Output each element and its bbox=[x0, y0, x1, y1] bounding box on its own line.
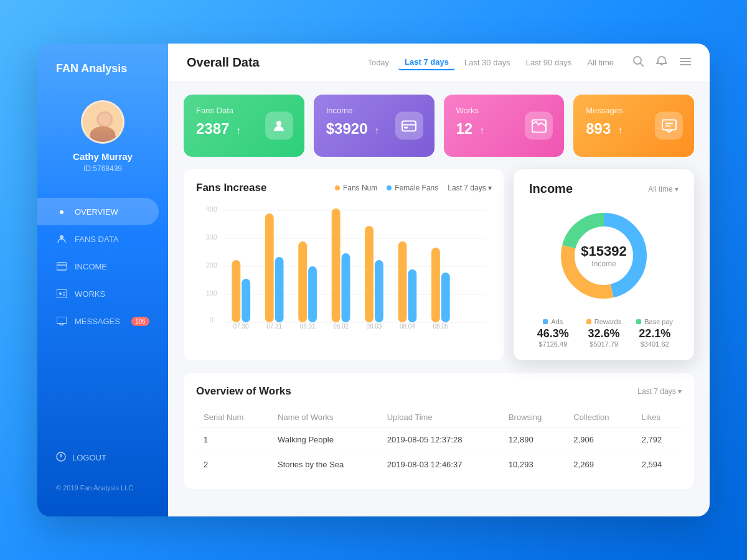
stat-card-works: Works 12 ↑ bbox=[444, 95, 565, 157]
svg-point-4 bbox=[60, 235, 63, 239]
cell-upload-time: 2019-08-03 12:46:37 bbox=[380, 452, 501, 477]
bell-icon[interactable] bbox=[656, 55, 667, 70]
table-row: 2 Stories by the Sea 2019-08-03 12:46:37… bbox=[196, 452, 682, 477]
svg-rect-48 bbox=[342, 253, 350, 322]
svg-rect-11 bbox=[57, 317, 67, 324]
sidebar-item-label: INCOME bbox=[75, 262, 107, 271]
ads-percent: 46.3% bbox=[529, 327, 577, 340]
sidebar-item-label: MESSAGES bbox=[75, 317, 120, 326]
cell-serial-num: 2 bbox=[196, 452, 270, 477]
income-icon bbox=[395, 112, 423, 140]
col-likes: Likes bbox=[634, 408, 682, 427]
svg-rect-50 bbox=[365, 226, 374, 322]
fans-data-icon bbox=[56, 233, 67, 245]
chart-legend: Fans Num Female Fans bbox=[335, 184, 438, 192]
logout-button[interactable]: LOGOUT bbox=[37, 444, 168, 472]
messages-icon bbox=[56, 315, 67, 327]
fans-chart-card: Fans Increase Fans Num Female Fans Last … bbox=[184, 169, 504, 360]
filter-7days[interactable]: Last 7 days bbox=[398, 55, 455, 70]
works-filter[interactable]: Last 7 days ▾ bbox=[637, 387, 682, 396]
svg-text:0: 0 bbox=[210, 316, 214, 324]
basepay-amount: $3401.62 bbox=[631, 340, 679, 348]
segment-legend-rewards: Rewards bbox=[580, 318, 628, 325]
sidebar-item-overview[interactable]: ● OVERVIEW bbox=[37, 198, 159, 225]
menu-icon[interactable] bbox=[680, 56, 691, 69]
legend-dot-fans-num bbox=[335, 185, 340, 190]
filter-alltime[interactable]: All time bbox=[581, 55, 620, 70]
stat-card-messages: Messages 893 ↑ bbox=[573, 95, 694, 157]
income-icon bbox=[56, 261, 67, 272]
svg-line-15 bbox=[641, 63, 643, 66]
chart-title: Fans Increase bbox=[196, 182, 266, 194]
svg-rect-38 bbox=[232, 260, 240, 322]
sidebar-footer: © 2019 Fan Analysis LLC bbox=[37, 472, 168, 504]
works-title: Overview of Works bbox=[196, 385, 291, 398]
svg-rect-54 bbox=[408, 269, 416, 322]
svg-point-3 bbox=[98, 113, 111, 126]
svg-rect-25 bbox=[662, 119, 676, 129]
chart-header: Fans Increase Fans Num Female Fans Last … bbox=[196, 182, 492, 194]
svg-point-8 bbox=[59, 292, 62, 295]
income-card: Income All time ▾ bbox=[514, 169, 694, 360]
user-name: Cathy Murray bbox=[73, 151, 133, 162]
lower-section: Fans Increase Fans Num Female Fans Last … bbox=[184, 169, 694, 360]
svg-text:400: 400 bbox=[206, 205, 217, 213]
col-serial-num: Serial Num bbox=[196, 408, 270, 427]
svg-rect-47 bbox=[332, 208, 341, 322]
search-icon[interactable] bbox=[632, 55, 644, 70]
svg-rect-57 bbox=[441, 273, 450, 322]
logout-icon bbox=[56, 452, 66, 464]
sidebar-item-works[interactable]: WORKS bbox=[37, 280, 168, 307]
cell-upload-time: 2019-08-05 12:37:28 bbox=[380, 427, 501, 452]
svg-text:07.31: 07.31 bbox=[266, 323, 282, 329]
sidebar-item-label: WORKS bbox=[75, 289, 105, 299]
content-area: Fans Data 2387 ↑ Income $3920 ↑ bbox=[168, 82, 710, 516]
svg-text:08.03: 08.03 bbox=[367, 323, 382, 329]
cell-likes: 2,594 bbox=[634, 452, 682, 477]
logout-label: LOGOUT bbox=[72, 453, 106, 462]
basepay-percent: 22.1% bbox=[631, 327, 679, 340]
income-segment-basepay: Base pay 22.1% $3401.62 bbox=[631, 318, 679, 348]
income-breakdown: Ads 46.3% $7126.49 Rewards 32.6% $5017.7 bbox=[529, 318, 679, 348]
ads-amount: $7126.49 bbox=[529, 340, 577, 348]
donut-container: $15392 Income bbox=[529, 206, 679, 306]
svg-text:08.05: 08.05 bbox=[433, 323, 448, 329]
donut-amount: $15392 bbox=[581, 243, 626, 259]
svg-rect-24 bbox=[532, 119, 546, 132]
col-browsing: Browsing bbox=[501, 408, 566, 427]
works-section: Overview of Works Last 7 days ▾ Serial N… bbox=[184, 373, 694, 489]
cell-browsing: 10,293 bbox=[501, 452, 566, 477]
col-upload-time: Upload Time bbox=[380, 408, 501, 427]
segment-legend-basepay: Base pay bbox=[631, 318, 679, 325]
income-segment-ads: Ads 46.3% $7126.49 bbox=[529, 318, 577, 348]
cell-name: Walking People bbox=[270, 427, 380, 452]
chart-filter[interactable]: Last 7 days ▾ bbox=[448, 184, 492, 192]
filter-90days[interactable]: Last 90 days bbox=[520, 55, 578, 70]
filter-today[interactable]: Today bbox=[361, 55, 395, 70]
user-profile: Cathy Murray ID:5768439 bbox=[37, 94, 168, 192]
messages-icon bbox=[655, 112, 683, 140]
bar-chart: 400 300 200 100 0 bbox=[196, 204, 492, 329]
income-title: Income bbox=[529, 182, 573, 196]
nav-menu: ● OVERVIEW FANS DATA INCOME WORKS bbox=[37, 192, 168, 444]
income-header: Income All time ▾ bbox=[529, 182, 679, 196]
segment-legend-ads: Ads bbox=[529, 318, 577, 325]
svg-rect-45 bbox=[308, 266, 317, 322]
donut-center: $15392 Income bbox=[581, 243, 626, 268]
sidebar-item-income[interactable]: INCOME bbox=[37, 253, 168, 280]
svg-text:200: 200 bbox=[206, 261, 217, 269]
income-filter[interactable]: All time ▾ bbox=[648, 185, 679, 194]
sidebar-item-messages[interactable]: MESSAGES 106 bbox=[37, 307, 168, 335]
svg-text:300: 300 bbox=[206, 233, 217, 241]
ads-dot bbox=[543, 319, 548, 324]
rewards-dot bbox=[586, 319, 591, 324]
donut-label: Income bbox=[581, 259, 626, 268]
sidebar-item-fans-data[interactable]: FANS DATA bbox=[37, 225, 168, 253]
svg-rect-21 bbox=[402, 121, 416, 131]
filter-30days[interactable]: Last 30 days bbox=[458, 55, 517, 70]
svg-rect-42 bbox=[275, 257, 284, 322]
svg-rect-5 bbox=[57, 263, 67, 270]
stat-card-income: Income $3920 ↑ bbox=[314, 95, 435, 157]
sidebar-item-label: FANS DATA bbox=[75, 235, 118, 244]
svg-rect-41 bbox=[265, 213, 274, 322]
